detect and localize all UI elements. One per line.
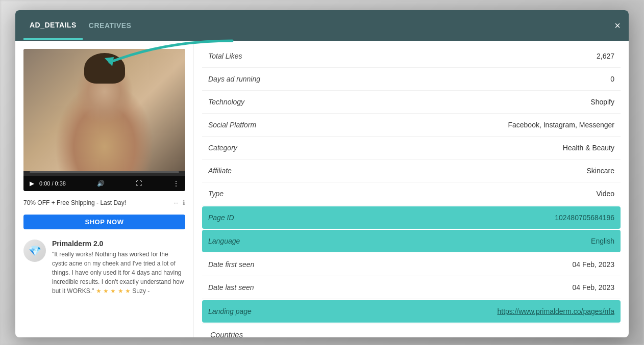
detail-label: Total Likes <box>208 52 242 60</box>
review-stars: ★ ★ ★ ★ ★ <box>96 287 131 295</box>
detail-row: Landing pagehttps://www.primalderm.co/pa… <box>202 300 621 323</box>
shop-now-button[interactable]: SHOP NOW <box>23 215 185 229</box>
detail-value: Skincare <box>587 167 614 175</box>
tab-creatives[interactable]: CREATIVES <box>83 12 138 39</box>
detail-value: 04 Feb, 2023 <box>572 283 614 291</box>
detail-value: Health & Beauty <box>563 144 614 152</box>
caption-dots[interactable]: ··· <box>174 199 179 206</box>
detail-row: CategoryHealth & Beauty <box>202 137 621 160</box>
fullscreen-button[interactable]: ⛶ <box>136 180 142 187</box>
detail-value: English <box>591 237 614 245</box>
right-panel: Total Likes2,627Days ad running0Technolo… <box>194 41 629 337</box>
hair-silhouette <box>84 53 125 84</box>
countries-section: Countries 🇲🇹Malta,🇺🇸United States,🇬🇧Unit… <box>202 324 621 337</box>
reviewer-name: Suzy - <box>132 287 150 295</box>
detail-row: TechnologyShopify <box>202 91 621 114</box>
video-controls: ▶ 0:00 / 0:38 🔊 ⛶ ⋮ <box>23 176 185 191</box>
detail-value: 04 Feb, 2023 <box>572 260 614 269</box>
detail-value: Video <box>596 190 614 198</box>
detail-label: Category <box>208 144 237 152</box>
detail-label: Date first seen <box>208 260 254 269</box>
countries-header: Countries <box>210 330 612 337</box>
detail-label: Type <box>208 190 224 198</box>
modal-body: ▶ 0:00 / 0:38 🔊 ⛶ ⋮ 70% OFF + Free Shipp… <box>15 41 629 337</box>
brand-review: "It really works! Nothing has worked for… <box>52 250 185 296</box>
caption-info[interactable]: ℹ <box>183 199 185 206</box>
video-progress-bar[interactable] <box>30 171 179 173</box>
play-button[interactable]: ▶ <box>30 180 34 187</box>
detail-label: Days ad running <box>208 75 260 83</box>
detail-row: Social PlatformFacebook, Instagram, Mess… <box>202 114 621 137</box>
detail-row: Days ad running0 <box>202 68 621 91</box>
ad-caption-actions: ··· ℹ <box>174 199 185 206</box>
detail-value: Facebook, Instagram, Messenger <box>508 121 614 129</box>
details-container: Total Likes2,627Days ad running0Technolo… <box>202 45 621 323</box>
close-button[interactable]: × <box>614 20 621 31</box>
detail-value: 102480705684196 <box>555 214 614 222</box>
brand-name: Primalderm 2.0 <box>52 240 185 248</box>
detail-label: Social Platform <box>208 121 256 129</box>
detail-row: AffiliateSkincare <box>202 160 621 182</box>
detail-label: Date last seen <box>208 283 254 291</box>
detail-label: Landing page <box>208 307 252 315</box>
detail-value[interactable]: https://www.primalderm.co/pages/nfa <box>497 307 614 315</box>
detail-value: Shopify <box>590 98 614 106</box>
detail-label: Page ID <box>208 214 234 222</box>
ad-caption-text: 70% OFF + Free Shipping - Last Day! <box>23 199 126 206</box>
ad-caption: 70% OFF + Free Shipping - Last Day! ··· … <box>23 197 185 208</box>
detail-row: Date last seen04 Feb, 2023 <box>202 276 621 299</box>
ad-details-modal: AD_DETAILS CREATIVES × ▶ 0:00 / 0:38 🔊 <box>15 10 629 337</box>
detail-row: TypeVideo <box>202 182 621 205</box>
detail-row: LanguageEnglish <box>202 230 621 252</box>
tab-ad-details[interactable]: AD_DETAILS <box>23 12 83 40</box>
brand-icon: 💎 <box>23 240 46 262</box>
volume-button[interactable]: 🔊 <box>97 180 105 187</box>
detail-label: Affiliate <box>208 167 232 175</box>
detail-row: Date first seen04 Feb, 2023 <box>202 253 621 276</box>
detail-row: Total Likes2,627 <box>202 45 621 68</box>
detail-label: Technology <box>208 98 244 106</box>
video-container: ▶ 0:00 / 0:38 🔊 ⛶ ⋮ <box>23 49 185 191</box>
video-thumbnail <box>23 49 185 171</box>
more-button[interactable]: ⋮ <box>173 180 179 187</box>
brand-info: Primalderm 2.0 "It really works! Nothing… <box>52 240 185 296</box>
time-display: 0:00 / 0:38 <box>39 180 66 187</box>
modal-header: AD_DETAILS CREATIVES × <box>15 10 629 41</box>
detail-label: Language <box>208 237 240 245</box>
detail-row: Page ID102480705684196 <box>202 206 621 229</box>
brand-section: 💎 Primalderm 2.0 "It really works! Nothi… <box>23 235 185 296</box>
detail-value: 2,627 <box>597 52 614 60</box>
detail-value: 0 <box>610 75 614 83</box>
left-panel: ▶ 0:00 / 0:38 🔊 ⛶ ⋮ 70% OFF + Free Shipp… <box>15 41 194 337</box>
